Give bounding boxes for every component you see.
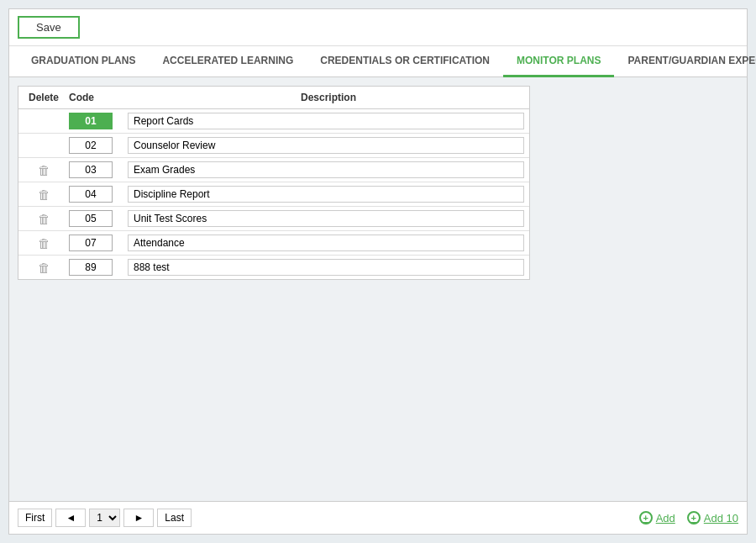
main-panel: Save GRADUATION PLANS ACCELERATED LEARNI…: [8, 8, 748, 535]
description-cell: [128, 161, 529, 178]
add-plus-circle-icon: +: [639, 511, 653, 525]
description-cell: [128, 137, 529, 154]
table-header: Delete Code Description: [18, 87, 529, 109]
tab-graduation-plans[interactable]: GRADUATION PLANS: [18, 46, 149, 77]
pagination: First ◄ 1 ► Last: [18, 509, 192, 527]
delete-cell[interactable]: 🗑: [18, 212, 69, 226]
prev-page-button[interactable]: ◄: [55, 509, 86, 527]
description-cell: [128, 186, 529, 203]
table-row: 🗑: [18, 231, 529, 256]
description-cell: [128, 210, 529, 227]
save-button[interactable]: Save: [18, 16, 80, 39]
first-page-button[interactable]: First: [18, 509, 52, 527]
description-input[interactable]: [128, 210, 524, 227]
delete-cell[interactable]: 🗑: [18, 163, 69, 177]
description-input[interactable]: [128, 259, 524, 276]
delete-cell[interactable]: 🗑: [18, 187, 69, 202]
description-input[interactable]: [128, 161, 524, 178]
code-cell: [69, 235, 128, 251]
code-input[interactable]: [69, 235, 113, 251]
add-area: + Add + Add 10: [639, 511, 738, 525]
trash-icon[interactable]: 🗑: [38, 187, 50, 202]
code-cell: [69, 161, 128, 178]
code-cell: [69, 113, 128, 129]
tab-accelerated-learning[interactable]: ACCELERATED LEARNING: [149, 46, 307, 77]
code-cell: [69, 259, 128, 276]
tab-monitor-plans[interactable]: MONITOR PLANS: [503, 46, 614, 77]
trash-icon[interactable]: 🗑: [38, 261, 50, 275]
table-rows-container: 🗑🗑🗑🗑🗑: [18, 109, 529, 279]
code-input[interactable]: [69, 137, 113, 154]
delete-cell[interactable]: 🗑: [18, 261, 69, 275]
footer: First ◄ 1 ► Last + Add + Add 10: [9, 501, 747, 534]
table-row: 🗑: [18, 158, 529, 182]
trash-icon[interactable]: 🗑: [38, 236, 50, 250]
add10-plus-circle-icon: +: [687, 511, 701, 525]
col-header-delete: Delete: [18, 92, 69, 103]
tab-parent-guardian-expectations[interactable]: PARENT/GUARDIAN EXPECTATIONS: [614, 46, 756, 77]
code-input[interactable]: [69, 259, 113, 276]
content-area: Delete Code Description 🗑🗑🗑🗑🗑: [9, 77, 747, 501]
code-cell: [69, 210, 128, 227]
col-header-code: Code: [69, 92, 128, 103]
description-input[interactable]: [128, 137, 524, 154]
add-button[interactable]: + Add: [639, 511, 675, 525]
code-input[interactable]: [69, 210, 113, 227]
tab-credentials-or-certification[interactable]: CREDENTIALS OR CERTIFICATION: [307, 46, 503, 77]
add10-label: Add 10: [704, 512, 738, 525]
delete-cell[interactable]: 🗑: [18, 236, 69, 250]
table-row: [18, 134, 529, 158]
code-input[interactable]: [69, 186, 113, 203]
table-row: [18, 109, 529, 134]
outer-wrapper: Save GRADUATION PLANS ACCELERATED LEARNI…: [0, 0, 756, 543]
code-cell: [69, 186, 128, 203]
trash-icon[interactable]: 🗑: [38, 212, 50, 226]
description-cell: [128, 259, 529, 276]
table-row: 🗑: [18, 182, 529, 207]
table-row: 🗑: [18, 207, 529, 231]
add-label: Add: [656, 512, 675, 525]
col-header-description: Description: [128, 92, 529, 103]
data-table: Delete Code Description 🗑🗑🗑🗑🗑: [18, 86, 530, 280]
add10-button[interactable]: + Add 10: [687, 511, 738, 525]
description-cell: [128, 235, 529, 251]
code-cell: [69, 137, 128, 154]
code-input[interactable]: [69, 113, 113, 129]
description-input[interactable]: [128, 113, 524, 129]
description-input[interactable]: [128, 186, 524, 203]
last-page-button[interactable]: Last: [157, 509, 192, 527]
trash-icon[interactable]: 🗑: [38, 163, 50, 177]
description-cell: [128, 113, 529, 129]
code-input[interactable]: [69, 161, 113, 178]
table-row: 🗑: [18, 256, 529, 279]
tabs-bar: GRADUATION PLANS ACCELERATED LEARNING CR…: [9, 46, 747, 77]
toolbar: Save: [9, 9, 747, 46]
next-page-button[interactable]: ►: [123, 509, 154, 527]
page-select[interactable]: 1: [89, 509, 120, 527]
description-input[interactable]: [128, 235, 524, 251]
